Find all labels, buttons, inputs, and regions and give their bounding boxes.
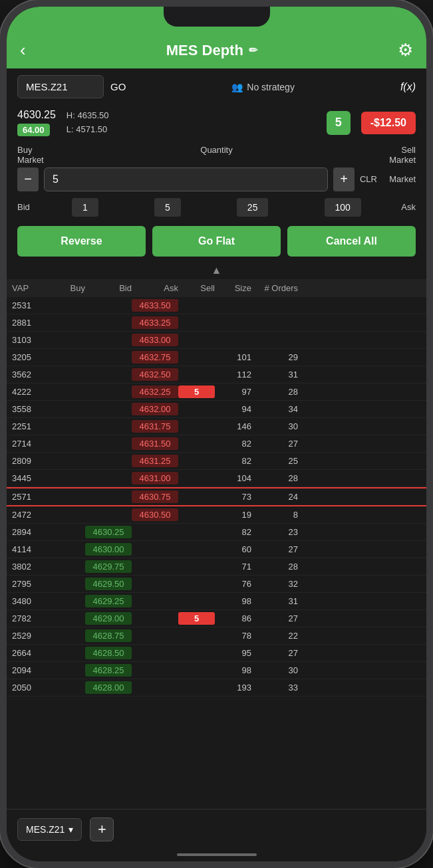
- cell-ask[interactable]: 4631.75: [132, 420, 178, 433]
- qty-minus-button[interactable]: −: [17, 167, 39, 191]
- fx-button[interactable]: f(x): [400, 81, 416, 93]
- back-button[interactable]: ‹: [20, 40, 26, 60]
- cell-vap: 3205: [12, 352, 49, 362]
- buy-market-label: Buy Market: [17, 145, 44, 165]
- table-row[interactable]: 3480 4629.25 98 31: [7, 593, 426, 610]
- col-buy: Buy: [49, 283, 85, 293]
- table-row[interactable]: 2782 4629.00 5 86 27: [7, 610, 426, 627]
- cell-bid[interactable]: 4628.75: [85, 629, 132, 642]
- table-row[interactable]: 3562 4632.50 112 31: [7, 366, 426, 383]
- cell-bid[interactable]: 4630.00: [85, 543, 132, 556]
- clr-button[interactable]: CLR: [360, 174, 377, 184]
- collapse-arrow-icon[interactable]: ▲: [212, 265, 222, 276]
- add-tab-button[interactable]: +: [90, 817, 114, 841]
- qty-25-button[interactable]: 25: [237, 198, 269, 217]
- table-row[interactable]: 3445 4631.00 104 28: [7, 470, 426, 487]
- cell-ask[interactable]: 4632.00: [132, 403, 178, 415]
- table-row[interactable]: 2894 4630.25 82 23: [7, 524, 426, 541]
- cell-size: 82: [215, 456, 251, 466]
- table-row[interactable]: 3103 4633.00: [7, 332, 426, 349]
- bottom-symbol-selector[interactable]: MES.Z21 ▾: [17, 818, 82, 841]
- gear-icon[interactable]: ⚙: [398, 40, 413, 60]
- cell-ask[interactable]: 4632.50: [132, 368, 178, 381]
- cell-bid[interactable]: 4630.25: [85, 526, 132, 538]
- cell-sell[interactable]: 5: [178, 385, 215, 398]
- cell-orders: 8: [251, 510, 298, 520]
- cell-ask[interactable]: 4631.25: [132, 455, 178, 467]
- cell-size: 98: [215, 665, 251, 675]
- sell-market-right: Market: [382, 174, 416, 184]
- price-change: 64.00: [17, 124, 50, 136]
- cell-bid[interactable]: 4629.75: [85, 560, 132, 573]
- symbol-input[interactable]: [17, 75, 104, 98]
- cell-ask[interactable]: 4631.50: [132, 437, 178, 450]
- table-row[interactable]: 2809 4631.25 82 25: [7, 453, 426, 470]
- cell-ask[interactable]: 4633.25: [132, 316, 178, 329]
- cell-orders: 34: [251, 404, 298, 414]
- qty-badge: 5: [327, 111, 351, 135]
- table-row[interactable]: 2094 4628.25 98 30: [7, 662, 426, 679]
- cell-bid[interactable]: 4628.50: [85, 647, 132, 659]
- table-row[interactable]: 2795 4629.50 76 32: [7, 576, 426, 593]
- qty-100-button[interactable]: 100: [325, 198, 361, 217]
- stats-left: 4630.25 64.00: [17, 109, 56, 136]
- table-row[interactable]: 4114 4630.00 60 27: [7, 541, 426, 558]
- cell-vap: 2664: [12, 648, 49, 658]
- cell-orders: 22: [251, 631, 298, 641]
- go-button[interactable]: GO: [110, 81, 126, 92]
- col-ask: Ask: [132, 283, 178, 293]
- reverse-button[interactable]: Reverse: [17, 226, 146, 257]
- cell-ask[interactable]: 4630.75: [132, 490, 178, 503]
- cell-vap: 4114: [12, 544, 49, 554]
- cell-ask[interactable]: 4631.00: [132, 472, 178, 485]
- cell-bid[interactable]: 4628.25: [85, 664, 132, 677]
- header-title: MES Depth ✏: [166, 42, 257, 59]
- qty-input[interactable]: [44, 167, 328, 191]
- table-row[interactable]: 2571 4630.75 73 24: [7, 487, 426, 506]
- cell-sell[interactable]: 5: [178, 612, 215, 625]
- table-row[interactable]: 4222 4632.25 5 97 28: [7, 383, 426, 401]
- cell-vap: 3445: [12, 473, 49, 483]
- cell-vap: 2050: [12, 683, 49, 693]
- toolbar: GO 👥 No strategy f(x): [7, 68, 426, 105]
- cell-vap: 2472: [12, 510, 49, 520]
- go-flat-button[interactable]: Go Flat: [152, 226, 281, 257]
- cell-ask[interactable]: 4633.00: [132, 334, 178, 346]
- edit-icon[interactable]: ✏: [249, 44, 257, 56]
- table-row[interactable]: 2881 4633.25: [7, 314, 426, 332]
- table-row[interactable]: 3558 4632.00 94 34: [7, 401, 426, 418]
- col-orders: # Orders: [251, 283, 298, 293]
- cell-ask[interactable]: 4632.25: [132, 385, 178, 398]
- cell-bid[interactable]: 4629.00: [85, 612, 132, 625]
- table-row[interactable]: 2050 4628.00 193 33: [7, 679, 426, 697]
- cell-bid[interactable]: 4629.50: [85, 578, 132, 590]
- cell-ask[interactable]: 4632.75: [132, 351, 178, 364]
- cell-size: 101: [215, 352, 251, 362]
- cell-ask[interactable]: 4630.50: [132, 508, 178, 521]
- qty-5-button[interactable]: 5: [154, 198, 181, 217]
- order-book[interactable]: VAP Buy Bid Ask Sell Size # Orders 2531 …: [7, 279, 426, 809]
- table-row[interactable]: 3802 4629.75 71 28: [7, 558, 426, 576]
- table-row[interactable]: 2251 4631.75 146 30: [7, 418, 426, 435]
- cell-ask[interactable]: 4633.50: [132, 299, 178, 312]
- qty-plus-button[interactable]: +: [333, 167, 355, 191]
- table-row[interactable]: 2714 4631.50 82 27: [7, 435, 426, 453]
- qty-1-button[interactable]: 1: [72, 198, 98, 217]
- notch: [164, 7, 270, 27]
- table-row[interactable]: 2472 4630.50 19 8: [7, 506, 426, 524]
- cancel-all-button[interactable]: Cancel All: [287, 226, 416, 257]
- cell-size: 73: [215, 492, 251, 502]
- phone-frame: ‹ MES Depth ✏ ⚙ GO 👥 No strategy f(x) 46…: [0, 0, 433, 868]
- table-row[interactable]: 3205 4632.75 101 29: [7, 349, 426, 366]
- cell-bid[interactable]: 4629.25: [85, 595, 132, 607]
- cell-vap: 2714: [12, 439, 49, 449]
- cell-vap: 2894: [12, 527, 49, 537]
- cell-vap: 3562: [12, 370, 49, 380]
- table-row[interactable]: 2664 4628.50 95 27: [7, 645, 426, 662]
- table-row[interactable]: 2529 4628.75 78 22: [7, 627, 426, 645]
- table-row[interactable]: 2531 4633.50: [7, 297, 426, 314]
- cell-size: 60: [215, 544, 251, 554]
- cell-bid[interactable]: 4628.00: [85, 681, 132, 694]
- bid-label: Bid: [17, 202, 44, 212]
- strategy-selector[interactable]: 👥 No strategy: [132, 82, 394, 92]
